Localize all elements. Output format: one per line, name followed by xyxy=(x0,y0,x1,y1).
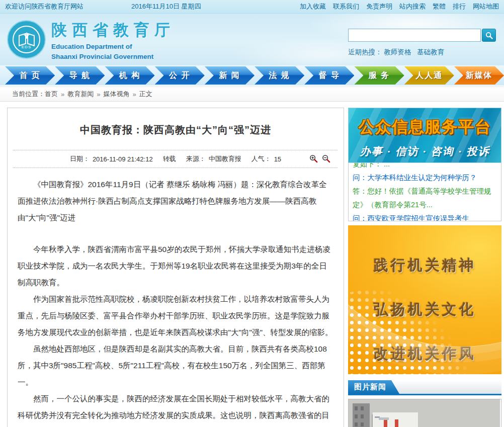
banner-spirit-line: 改进机关作风 xyxy=(348,344,501,364)
zoom-out-icon[interactable] xyxy=(322,154,330,163)
top-link-favorites[interactable]: 加入收藏 xyxy=(300,2,326,11)
sidebar: 公众信息服务平台 办事 · 信访 · 咨询 · 投诉 复如下： ... 问：大学… xyxy=(348,108,501,427)
nav-tab-agencies[interactable]: 机 构 xyxy=(105,66,154,84)
meta-source: 中国教育报 xyxy=(209,154,241,163)
welcome-text: 欢迎访问陕西省教育厅网站 xyxy=(5,2,83,11)
breadcrumb-current: 正文 xyxy=(139,90,152,99)
content-area: 中国教育报：陕西高教由“大”向“强”迈进 日期： 2016-11-09 21:4… xyxy=(0,102,504,427)
qa-line[interactable]: 复如下： ... xyxy=(353,163,497,171)
school-photo: 中 xyxy=(349,399,500,427)
top-link-sitemap[interactable]: 网站地图 xyxy=(473,2,499,11)
photo-news-section: 图片新闻 xyxy=(348,380,501,427)
meta-repost: 转载 xyxy=(163,154,176,163)
banner-spirit-line: 践行机关精神 xyxy=(348,255,501,276)
site-subtitle-line1: Education Department of xyxy=(51,42,175,51)
current-date: 2016年11月10日 星期四 xyxy=(131,2,201,11)
site-title: 陕西省教育厅 xyxy=(51,20,175,41)
hot-search-link-basic-edu[interactable]: 基础教育 xyxy=(417,48,444,56)
breadcrumb-education-news[interactable]: 教育新闻 xyxy=(67,90,94,99)
breadcrumb: 当前位置： 首页 » 教育新闻 » 媒体视角 » 正文 xyxy=(0,87,504,102)
photo-news-title: 图片新闻 xyxy=(348,380,399,394)
banner-spirit-line: 弘扬机关文化 xyxy=(348,300,501,320)
page: 欢迎访问陕西省教育厅网站 2016年11月10日 星期四 加入收藏 联系我们 免… xyxy=(0,0,504,427)
top-links: 加入收藏 联系我们 免责声明 站内搜索 繁體 排行 网站地图 xyxy=(300,2,499,11)
public-info-service-banner[interactable]: 公众信息服务平台 办事 · 信访 · 咨询 · 投诉 xyxy=(348,108,501,163)
qa-ticker: 复如下： ... 问：大学本科结业生认定为何种学历？ 答：您好！依据《普通高等学… xyxy=(348,163,501,221)
article-paragraph: 虽然地处西部地区，但是陕西却是名副其实的高教大省。目前，陕西共有各类高校108所… xyxy=(18,340,333,390)
meta-date-label: 日期： xyxy=(70,154,90,163)
photo-news-header: 图片新闻 xyxy=(348,380,501,395)
nav-tab-guide[interactable]: 导 航 xyxy=(55,66,105,84)
meta-views-label: 人气： xyxy=(251,154,271,163)
article-paragraph: 今年秋季入学，陕西省渭南市富平县50岁的农民于郑州，怀揣大学录取通知书走进杨凌职… xyxy=(18,241,333,291)
photo-news-image[interactable]: 中 xyxy=(348,399,501,427)
article-paragraph: 然而，一个公认的事实是，陕西的经济发展在全国长期处于相对较低水平，高教大省的科研… xyxy=(18,390,333,427)
qa-line[interactable]: 答：您好！依据《普通高等学校学生管理规定》（教育部令第21号... xyxy=(353,185,497,212)
breadcrumb-separator: » xyxy=(132,91,136,98)
open-book-icon xyxy=(18,31,35,46)
top-link-site-search[interactable]: 站内搜索 xyxy=(399,2,426,11)
nav-tab-services[interactable]: 服 务 xyxy=(354,66,404,84)
nav-tab-regulations[interactable]: 法 规 xyxy=(255,66,304,84)
top-link-disclaimer[interactable]: 免责声明 xyxy=(366,2,392,11)
site-header: EDS 陕西省教育厅 Education Department of Shaan… xyxy=(0,14,504,65)
site-title-block: 陕西省教育厅 Education Department of Shaanxi P… xyxy=(51,20,175,61)
main-nav: 首 页 导 航 机 构 公 开 新 闻 法 规 督 导 服 务 人人通 新媒体 xyxy=(0,65,504,86)
top-link-traditional[interactable]: 繁體 xyxy=(433,2,446,11)
article-box: 中国教育报：陕西高教由“大”向“强”迈进 日期： 2016-11-09 21:4… xyxy=(7,108,344,427)
article-body: 《中国教育报》2016年11月9日（记者 蔡继乐 杨咏梅 冯丽）题：深化教育综合… xyxy=(8,168,344,427)
nav-tab-supervision[interactable]: 督 导 xyxy=(304,66,354,84)
hot-search-label: 近期热搜： xyxy=(348,48,382,56)
search-input[interactable] xyxy=(348,29,481,42)
article-title: 中国教育报：陕西高教由“大”向“强”迈进 xyxy=(8,108,344,150)
banner-info-subtitle: 办事 · 信访 · 咨询 · 投诉 xyxy=(349,144,501,158)
meta-views: 15 xyxy=(274,155,281,163)
nav-tab-renrentong[interactable]: 人人通 xyxy=(404,66,454,84)
hot-search-link-teacher-cert[interactable]: 教师资格 xyxy=(384,48,411,56)
banner-info-title: 公众信息服务平台 xyxy=(349,116,501,138)
breadcrumb-media-view[interactable]: 媒体视角 xyxy=(103,90,129,99)
article-meta: 日期： 2016-11-09 21:42:12 转载 来源： 中国教育报 人气：… xyxy=(14,150,338,168)
zoom-in-icon[interactable] xyxy=(309,154,318,163)
article-paragraph: 作为国家首批示范性高职院校，杨凌职院创新农村扶贫工作，以培养农村致富带头人为重点… xyxy=(18,291,333,340)
qa-line[interactable]: 问：大学本科结业生认定为何种学历？ xyxy=(353,171,497,185)
nav-tab-new-media[interactable]: 新媒体 xyxy=(454,66,504,84)
nav-tab-disclosure[interactable]: 公 开 xyxy=(155,66,205,84)
breadcrumb-label: 当前位置： xyxy=(12,90,45,99)
article-paragraph: 《中国教育报》2016年11月9日（记者 蔡继乐 杨咏梅 冯丽）题：深化教育综合… xyxy=(18,176,333,226)
breadcrumb-separator: » xyxy=(97,91,100,98)
search-zone: 近期热搜： 教师资格 基础教育 xyxy=(348,29,498,57)
nav-tab-home[interactable]: 首 页 xyxy=(5,66,55,84)
meta-source-label: 来源： xyxy=(186,154,206,163)
qa-line[interactable]: 问：西安欧亚学院招生宣传误导考生 xyxy=(353,212,497,221)
breadcrumb-home[interactable]: 首页 xyxy=(45,90,58,99)
site-logo[interactable]: EDS xyxy=(7,20,46,59)
meta-date: 2016-11-09 21:42:12 xyxy=(93,155,153,163)
agency-spirit-banner[interactable]: 践行机关精神 弘扬机关文化 改进机关作风 xyxy=(348,225,501,374)
site-subtitle-line2: Shaanxi Provincial Government xyxy=(51,52,175,61)
top-utility-bar: 欢迎访问陕西省教育厅网站 2016年11月10日 星期四 加入收藏 联系我们 免… xyxy=(0,0,504,14)
nav-tab-news[interactable]: 新 闻 xyxy=(205,66,255,84)
breadcrumb-separator: » xyxy=(61,91,64,98)
search-icon xyxy=(485,32,493,39)
hot-search-row: 近期热搜： 教师资格 基础教育 xyxy=(348,48,498,57)
top-link-contact[interactable]: 联系我们 xyxy=(333,2,359,11)
logo-abbr: EDS xyxy=(8,45,45,49)
top-link-ranking[interactable]: 排行 xyxy=(453,2,466,11)
search-button[interactable] xyxy=(482,29,496,42)
